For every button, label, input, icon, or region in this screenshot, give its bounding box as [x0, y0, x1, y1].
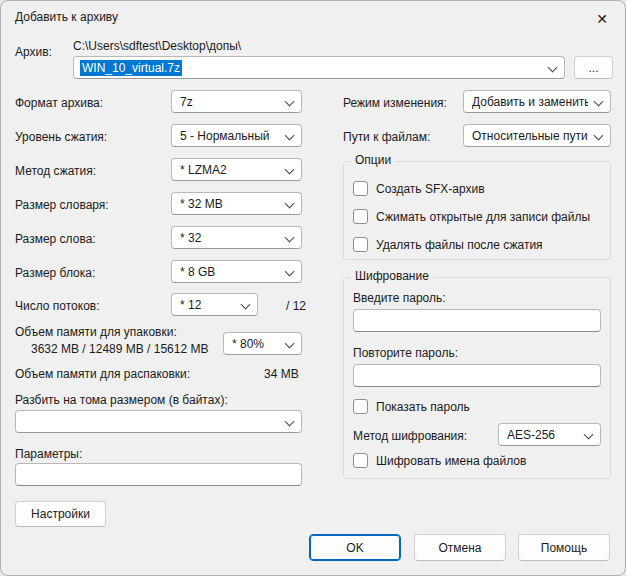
- dictionary-size-select[interactable]: * 32 MB: [171, 192, 302, 215]
- threads-value: * 12: [180, 298, 201, 312]
- encryption-method-value: AES-256: [507, 428, 555, 442]
- compression-method-select[interactable]: * LZMA2: [171, 158, 302, 181]
- help-button[interactable]: Помощь: [518, 534, 610, 561]
- enter-password-input[interactable]: [353, 309, 601, 332]
- repeat-password-label: Повторите пароль:: [353, 346, 458, 360]
- memory-pack-label: Объем памяти для упаковки:: [15, 325, 177, 339]
- level-value: 5 - Нормальный: [180, 129, 269, 143]
- block-size-select[interactable]: * 8 GB: [171, 260, 302, 283]
- threads-label: Число потоков:: [15, 299, 100, 313]
- dictionary-size-label: Размер словаря:: [15, 198, 109, 212]
- chevron-down-icon: [285, 165, 294, 174]
- encryption-method-select[interactable]: AES-256: [498, 423, 601, 446]
- chevron-down-icon: [584, 430, 593, 439]
- chevron-down-icon: [548, 63, 557, 72]
- ok-button-label: OK: [346, 541, 363, 555]
- block-size-label: Размер блока:: [15, 266, 95, 280]
- create-sfx-checkbox[interactable]: Создать SFX-архив: [353, 181, 485, 196]
- chevron-down-icon: [241, 300, 250, 309]
- chevron-down-icon: [594, 97, 603, 106]
- checkbox-icon: [353, 209, 368, 224]
- memory-unpack-value: 34 MB: [264, 367, 299, 381]
- format-value: 7z: [180, 95, 193, 109]
- encrypt-names-checkbox[interactable]: Шифровать имена файлов: [353, 453, 526, 468]
- chevron-down-icon: [285, 97, 294, 106]
- compress-shared-label: Сжимать открытые для записи файлы: [376, 210, 590, 224]
- encryption-group-title: Шифрование: [351, 269, 433, 283]
- update-mode-label: Режим изменения:: [343, 96, 447, 110]
- chevron-down-icon: [285, 131, 294, 140]
- archive-path: C:\Users\sdftest\Desktop\допы\: [73, 39, 241, 53]
- dictionary-size-value: * 32 MB: [180, 197, 223, 211]
- settings-button[interactable]: Настройки: [15, 501, 106, 527]
- archive-label: Архив:: [15, 45, 52, 59]
- cancel-button-label: Отмена: [438, 541, 481, 555]
- method-label: Метод сжатия:: [15, 164, 96, 178]
- add-to-archive-dialog: Добавить к архиву ✕ Архив: C:\Users\sdft…: [0, 0, 626, 576]
- word-size-label: Размер слова:: [15, 232, 96, 246]
- checkbox-icon: [353, 237, 368, 252]
- delete-after-checkbox[interactable]: Удалять файлы после сжатия: [353, 237, 543, 252]
- dialog-title: Добавить к архиву: [15, 10, 118, 24]
- close-button[interactable]: ✕: [583, 6, 621, 32]
- path-mode-value: Относительные пути: [472, 129, 588, 143]
- path-mode-label: Пути к файлам:: [343, 130, 430, 144]
- archive-name-combobox[interactable]: WIN_10_virtual.7z: [73, 56, 565, 79]
- chevron-down-icon: [285, 267, 294, 276]
- update-mode-select[interactable]: Добавить и заменить: [463, 90, 611, 113]
- compression-level-select[interactable]: 5 - Нормальный: [171, 124, 302, 147]
- memory-pack-detail: 3632 MB / 12489 MB / 15612 MB: [31, 342, 208, 356]
- parameters-label: Параметры:: [15, 447, 82, 461]
- encryption-method-label: Метод шифрования:: [353, 429, 467, 443]
- method-value: * LZMA2: [180, 163, 227, 177]
- ok-button[interactable]: OK: [309, 534, 401, 561]
- chevron-down-icon: [594, 131, 603, 140]
- threads-max: / 12: [286, 299, 306, 313]
- encrypt-names-label: Шифровать имена файлов: [376, 454, 526, 468]
- level-label: Уровень сжатия:: [15, 130, 107, 144]
- help-button-label: Помощь: [541, 541, 587, 555]
- cancel-button[interactable]: Отмена: [414, 534, 506, 561]
- show-password-checkbox[interactable]: Показать пароль: [353, 399, 470, 414]
- close-icon: ✕: [596, 11, 608, 27]
- memory-unpack-label: Объем памяти для распаковки:: [15, 367, 190, 381]
- chevron-down-icon: [285, 199, 294, 208]
- split-volumes-label: Разбить на тома размером (в байтах):: [15, 393, 228, 407]
- show-password-label: Показать пароль: [376, 400, 470, 414]
- format-label: Формат архива:: [15, 96, 103, 110]
- compress-shared-checkbox[interactable]: Сжимать открытые для записи файлы: [353, 209, 590, 224]
- memory-usage-select[interactable]: * 80%: [223, 332, 302, 355]
- repeat-password-input[interactable]: [353, 364, 601, 387]
- chevron-down-icon: [285, 417, 294, 426]
- archive-name-value: WIN_10_virtual.7z: [80, 60, 182, 76]
- word-size-value: * 32: [180, 231, 201, 245]
- path-mode-select[interactable]: Относительные пути: [463, 124, 611, 147]
- enter-password-label: Введите пароль:: [353, 291, 446, 305]
- chevron-down-icon: [285, 233, 294, 242]
- parameters-input[interactable]: [15, 463, 302, 486]
- settings-button-label: Настройки: [31, 507, 90, 521]
- create-sfx-label: Создать SFX-архив: [376, 182, 485, 196]
- checkbox-icon: [353, 399, 368, 414]
- checkbox-icon: [353, 181, 368, 196]
- browse-button-label: ...: [588, 61, 598, 75]
- chevron-down-icon: [285, 339, 294, 348]
- browse-button[interactable]: ...: [574, 56, 613, 79]
- block-size-value: * 8 GB: [180, 265, 215, 279]
- split-volumes-combobox[interactable]: [15, 410, 302, 433]
- memory-usage-value: * 80%: [232, 337, 264, 351]
- options-group-title: Опции: [351, 153, 395, 167]
- format-select[interactable]: 7z: [171, 90, 302, 113]
- update-mode-value: Добавить и заменить: [472, 95, 588, 109]
- checkbox-icon: [353, 453, 368, 468]
- delete-after-label: Удалять файлы после сжатия: [376, 238, 543, 252]
- word-size-select[interactable]: * 32: [171, 226, 302, 249]
- threads-select[interactable]: * 12: [171, 293, 258, 316]
